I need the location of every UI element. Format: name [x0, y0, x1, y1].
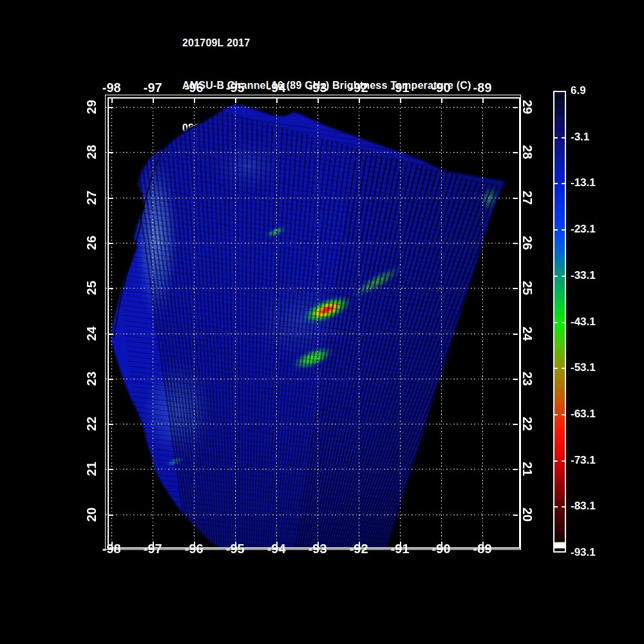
colorbar-tick-label: -3.1: [571, 131, 589, 144]
axis-tick-right: [513, 107, 518, 108]
grid-line-vertical: [441, 97, 442, 547]
colorbar-tick-label: -53.1: [571, 361, 596, 374]
colorbar-tick-right: [562, 229, 565, 231]
grid-line-vertical: [111, 97, 112, 547]
axis-tick-left: [109, 515, 113, 516]
lat-label-left: 25: [84, 274, 99, 302]
colorbar-tick-left: [554, 183, 558, 184]
lon-label-bottom: -97: [133, 542, 172, 556]
grid-line-horizontal: [106, 152, 518, 153]
colorbar-tick-label: -13.1: [571, 176, 596, 189]
axis-tick-right: [513, 379, 518, 380]
axis-tick-left: [109, 469, 113, 470]
lat-label-right: 28: [520, 138, 535, 166]
axis-tick-left: [109, 152, 113, 153]
lat-label-right: 29: [520, 93, 535, 121]
colorbar-tick-label: -43.1: [571, 316, 596, 328]
grid-line-vertical: [153, 97, 153, 547]
axis-tick-top: [153, 99, 154, 103]
colorbar-tick-right: [562, 368, 565, 369]
colorbar-tick-label: 6.9: [571, 84, 586, 97]
grid-line-horizontal: [106, 469, 518, 469]
lon-label-bottom: -92: [339, 542, 378, 556]
axis-tick-top: [194, 99, 195, 103]
axis-tick-top: [482, 99, 484, 103]
colorbar-tick-right: [562, 137, 565, 138]
axis-tick-right: [513, 515, 518, 516]
colorbar-tick-right: [562, 460, 565, 462]
grid-line-vertical: [317, 97, 318, 547]
colorbar-tick-left: [554, 276, 558, 277]
lon-label-bottom: -94: [257, 542, 296, 556]
axis-tick-left: [109, 198, 113, 199]
colorbar-tick-label: -83.1: [571, 500, 596, 513]
axis-tick-right: [513, 152, 518, 153]
satellite-swath-image: [105, 97, 519, 547]
lat-label-left: 23: [84, 365, 99, 393]
axis-tick-top: [359, 99, 360, 103]
colorbar-tick-label: -33.1: [571, 269, 596, 282]
axis-tick-left: [109, 424, 113, 425]
colorbar-tick-left: [554, 229, 558, 231]
axis-tick-right: [513, 424, 518, 425]
screenshot-stage: 201709L 2017 AMSU-B Channel 16 (89 GHz) …: [0, 0, 644, 644]
lat-label-right: 20: [520, 500, 535, 529]
lon-label-bottom: -90: [422, 542, 460, 556]
grid-line-horizontal: [106, 424, 518, 424]
axis-tick-top: [441, 99, 442, 103]
lon-label-bottom: -89: [463, 542, 502, 556]
colorbar-tick-right: [562, 506, 565, 507]
grid-line-horizontal: [106, 334, 518, 334]
grid-line-horizontal: [106, 379, 518, 379]
axis-tick-left: [109, 107, 113, 108]
lat-label-left: 27: [84, 184, 99, 212]
axis-tick-right: [513, 288, 518, 289]
lat-label-right: 24: [520, 319, 535, 348]
colorbar-tick-right: [562, 276, 565, 277]
grid-line-horizontal: [106, 243, 518, 243]
axis-tick-top: [235, 99, 236, 103]
axis-tick-top: [111, 99, 113, 103]
grid-line-horizontal: [106, 198, 518, 198]
storm-id-line: 201709L 2017: [182, 36, 471, 50]
colorbar-tick-left: [554, 506, 558, 507]
lon-label-bottom: -98: [92, 542, 131, 556]
colorbar-tick-left: [554, 460, 558, 462]
grid-line-vertical: [482, 97, 483, 547]
axis-tick-left: [109, 288, 113, 289]
lon-label-top: -92: [339, 80, 378, 95]
axis-tick-left: [109, 243, 113, 244]
colorbar-tick-label: -63.1: [571, 408, 596, 421]
lon-label-bottom: -96: [175, 542, 213, 556]
lon-label-top: -91: [381, 80, 419, 95]
grid-line-horizontal: [106, 515, 518, 515]
axis-tick-left: [109, 379, 113, 380]
colorbar-tick-right: [562, 183, 565, 184]
axis-tick-left: [109, 334, 113, 335]
colorbar-tick-right: [562, 414, 565, 415]
grid-line-vertical: [276, 97, 277, 547]
lat-label-left: 28: [84, 138, 99, 166]
lat-label-right: 22: [520, 410, 535, 438]
axis-tick-right: [513, 198, 518, 199]
lon-label-top: -93: [298, 80, 337, 95]
lat-label-left: 24: [84, 319, 99, 348]
lat-label-left: 20: [84, 500, 99, 529]
lat-label-left: 21: [84, 455, 99, 483]
axis-tick-right: [513, 334, 518, 335]
axis-tick-right: [513, 469, 518, 470]
grid-line-vertical: [194, 97, 194, 547]
axis-tick-right: [513, 243, 518, 244]
lat-label-right: 25: [520, 274, 535, 302]
grid-line-vertical: [235, 97, 236, 547]
lat-label-left: 22: [84, 410, 99, 438]
lon-label-bottom: -91: [381, 542, 419, 556]
lat-label-right: 21: [520, 455, 535, 483]
lon-label-top: -89: [463, 80, 502, 95]
colorbar-tick-left: [554, 368, 558, 369]
colorbar-tick-label: -23.1: [571, 223, 596, 236]
grid-line-vertical: [359, 97, 359, 547]
lon-label-top: -94: [257, 80, 296, 95]
grid-line-vertical: [400, 97, 401, 547]
colorbar-tick-label: -93.1: [571, 546, 596, 559]
